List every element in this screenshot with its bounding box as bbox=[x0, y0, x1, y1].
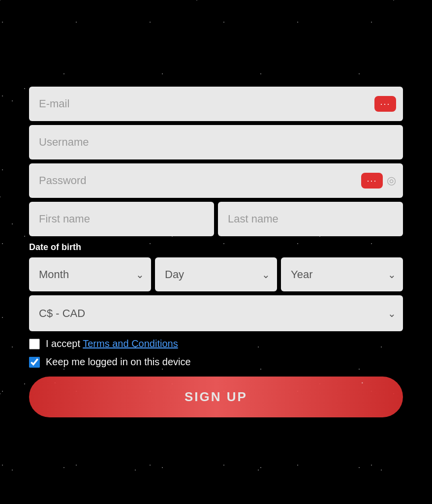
dob-label: Date of birth bbox=[29, 242, 403, 252]
keep-logged-label: Keep me logged in on this device bbox=[46, 356, 191, 368]
password-wrapper: ··· ◎ bbox=[29, 163, 403, 198]
dots-icon: ··· bbox=[367, 176, 377, 185]
email-dots-button[interactable]: ··· bbox=[374, 96, 396, 112]
dob-row: Month January February March April May J… bbox=[29, 257, 403, 291]
terms-prefix: I accept bbox=[46, 338, 83, 349]
currency-select[interactable]: C$ - CAD $ - USD € - EUR £ - GBP bbox=[29, 295, 403, 331]
email-wrapper: ··· bbox=[29, 87, 403, 121]
first-name-input[interactable] bbox=[29, 202, 214, 236]
signup-button-area: SIGN UP bbox=[29, 372, 403, 417]
signup-form: ··· ··· ◎ Date of birth Month January Fe… bbox=[19, 77, 413, 427]
terms-row: I accept Terms and Conditions bbox=[29, 338, 403, 349]
month-select[interactable]: Month January February March April May J… bbox=[29, 257, 151, 291]
signup-button[interactable]: SIGN UP bbox=[29, 377, 403, 417]
email-input[interactable] bbox=[29, 87, 403, 121]
terms-link[interactable]: Terms and Conditions bbox=[83, 338, 178, 349]
currency-wrapper: C$ - CAD $ - USD € - EUR £ - GBP ⌄ bbox=[29, 295, 403, 331]
terms-checkbox[interactable] bbox=[29, 339, 40, 349]
username-input[interactable] bbox=[29, 125, 403, 159]
username-wrapper bbox=[29, 125, 403, 159]
password-input[interactable] bbox=[29, 163, 403, 198]
year-select[interactable]: Year 202420232010 200019951990 198519801… bbox=[281, 257, 403, 291]
day-select[interactable]: Day 12345 678910 1112131415 1617181920 2… bbox=[155, 257, 277, 291]
keep-logged-checkbox[interactable] bbox=[29, 357, 40, 368]
month-wrapper: Month January February March April May J… bbox=[29, 257, 151, 291]
terms-label: I accept Terms and Conditions bbox=[46, 338, 178, 349]
keep-logged-row: Keep me logged in on this device bbox=[29, 356, 403, 368]
show-password-icon[interactable]: ◎ bbox=[387, 174, 396, 187]
email-icon-area: ··· bbox=[374, 96, 396, 112]
password-dots-button[interactable]: ··· bbox=[361, 173, 383, 189]
year-wrapper: Year 202420232010 200019951990 198519801… bbox=[281, 257, 403, 291]
day-wrapper: Day 12345 678910 1112131415 1617181920 2… bbox=[155, 257, 277, 291]
name-row bbox=[29, 202, 403, 236]
password-icon-area: ··· ◎ bbox=[361, 173, 396, 189]
dots-icon: ··· bbox=[380, 99, 390, 108]
last-name-input[interactable] bbox=[218, 202, 403, 236]
